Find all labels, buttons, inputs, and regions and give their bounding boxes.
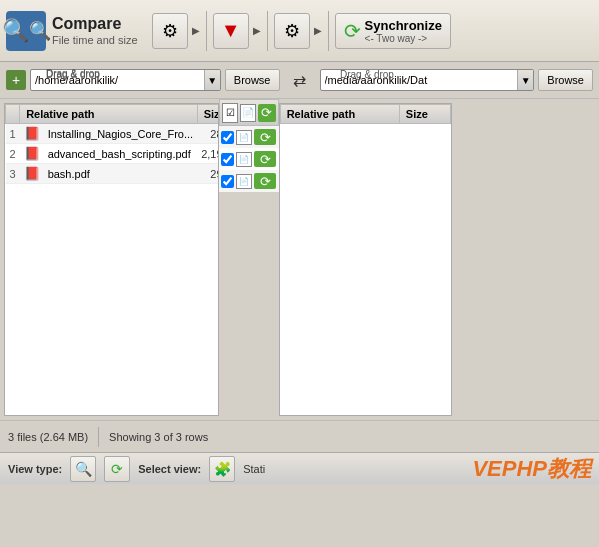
check-1[interactable] <box>221 131 234 144</box>
bottom-toolbar: View type: 🔍 ⟳ Select view: 🧩 Stati VEPH… <box>0 452 599 484</box>
mid-header: ☑ 📄 ⟳ <box>219 99 279 126</box>
col-size-right: Size <box>399 105 450 124</box>
sep-1: ▶ <box>192 13 200 49</box>
bottom-status-area: 3 files (2.64 MB) Showing 3 of 3 rows <box>0 420 599 452</box>
table-row[interactable]: 3 📕 bash.pdf 297,693 <box>6 164 219 184</box>
divider-2 <box>267 11 268 51</box>
browse-btn-right[interactable]: Browse <box>538 69 593 91</box>
page-3[interactable]: 📄 <box>236 174 252 189</box>
divider-3 <box>328 11 329 51</box>
page-2[interactable]: 📄 <box>236 152 252 167</box>
browse-btn-left[interactable]: Browse <box>225 69 280 91</box>
file-name: advanced_bash_scripting.pdf <box>44 144 198 164</box>
path-dropdown-right[interactable]: ▼ <box>517 69 533 91</box>
swap-btn[interactable]: ⇄ <box>286 66 314 94</box>
page-1[interactable]: 📄 <box>236 130 252 145</box>
status-divider <box>98 427 99 447</box>
pathbar: Drag & drop + ▼ Browse ⇄ ▼ Browse <box>0 62 599 99</box>
main-toolbar: 🔍 Compare File time and size ⚙ ▶ ▼ ▶ ⚙ ▶… <box>0 0 599 62</box>
mid-row-3: 📄 ⟳ <box>219 170 279 192</box>
col-size-left: Size <box>197 105 219 124</box>
right-table: Relative path Size <box>280 104 451 124</box>
stati-label: Stati <box>243 463 265 475</box>
file-name: Installing_Nagios_Core_Fro... <box>44 124 198 144</box>
files-status: 3 files (2.64 MB) <box>8 431 88 443</box>
view-type-icon2[interactable]: ⟳ <box>104 456 130 482</box>
vephp-text: VEPHP教程 <box>472 454 591 484</box>
divider-1 <box>206 11 207 51</box>
mid-checkbox-header[interactable]: ☑ <box>222 103 239 123</box>
drag-label-left: Drag & drop <box>46 69 100 80</box>
sep-2: ▶ <box>253 13 261 49</box>
select-view-label: Select view: <box>138 463 201 475</box>
check-2[interactable] <box>221 153 234 166</box>
file-icon: 📕 <box>20 164 44 184</box>
select-view-icon[interactable]: 🧩 <box>209 456 235 482</box>
mid-rows: 📄 ⟳ 📄 ⟳ 📄 ⟳ <box>219 126 279 192</box>
sync-label: Synchronize <box>365 18 442 33</box>
left-file-panel: Relative path Size 1 📕 Installing_Nagios… <box>4 103 219 416</box>
col-num-left <box>6 105 20 124</box>
settings-btn-2[interactable]: ⚙ <box>274 13 310 49</box>
brand: 🔍 Compare File time and size <box>6 11 138 51</box>
file-size: 284,938 <box>197 124 219 144</box>
table-row[interactable]: 2 📕 advanced_bash_scripting.pdf 2,190,03… <box>6 144 219 164</box>
mid-row-2: 📄 ⟳ <box>219 148 279 170</box>
drag-label-right: Drag & drop <box>340 69 394 80</box>
sync-sub: <- Two way -> <box>365 33 442 44</box>
row-num: 1 <box>6 124 20 144</box>
brand-text: Compare File time and size <box>52 14 138 46</box>
left-table: Relative path Size 1 📕 Installing_Nagios… <box>5 104 219 184</box>
middle-panel: ☑ 📄 ⟳ 📄 ⟳ 📄 ⟳ 📄 ⟳ <box>219 99 279 420</box>
file-icon: 📕 <box>20 144 44 164</box>
file-name: bash.pdf <box>44 164 198 184</box>
check-3[interactable] <box>221 175 234 188</box>
vephp-area: VEPHP教程 <box>472 454 591 484</box>
synchronize-btn[interactable]: ⟳ Synchronize <- Two way -> <box>335 13 451 49</box>
main-area: Relative path Size 1 📕 Installing_Nagios… <box>0 99 599 420</box>
table-row[interactable]: 1 📕 Installing_Nagios_Core_Fro... 284,93… <box>6 124 219 144</box>
sync-2[interactable]: ⟳ <box>254 151 276 167</box>
right-status <box>402 421 599 452</box>
right-file-panel: Relative path Size <box>279 103 452 416</box>
filter-btn[interactable]: ▼ <box>213 13 249 49</box>
view-type-label: View type: <box>8 463 62 475</box>
sep-3: ▶ <box>314 13 322 49</box>
col-relpath-right: Relative path <box>280 105 399 124</box>
file-size: 297,693 <box>197 164 219 184</box>
sync-3[interactable]: ⟳ <box>254 173 276 189</box>
settings-btn-1[interactable]: ⚙ <box>152 13 188 49</box>
add-path-left[interactable]: + <box>6 70 26 90</box>
col-relpath-left: Relative path <box>20 105 198 124</box>
brand-compare: Compare <box>52 14 138 33</box>
showing-status: Showing 3 of 3 rows <box>109 431 208 443</box>
mid-sync-header[interactable]: ⟳ <box>258 104 276 122</box>
file-size: 2,190,030 <box>197 144 219 164</box>
path-dropdown-left[interactable]: ▼ <box>204 69 220 91</box>
row-num: 3 <box>6 164 20 184</box>
mid-page-header[interactable]: 📄 <box>240 104 255 122</box>
statusbar: 3 files (2.64 MB) Showing 3 of 3 rows <box>0 421 402 452</box>
row-num: 2 <box>6 144 20 164</box>
brand-icon: 🔍 <box>6 11 46 51</box>
file-icon: 📕 <box>20 124 44 144</box>
sync-1[interactable]: ⟳ <box>254 129 276 145</box>
right-section <box>452 99 599 420</box>
mid-row-1: 📄 ⟳ <box>219 126 279 148</box>
brand-subtitle: File time and size <box>52 34 138 47</box>
view-type-icon1[interactable]: 🔍 <box>70 456 96 482</box>
